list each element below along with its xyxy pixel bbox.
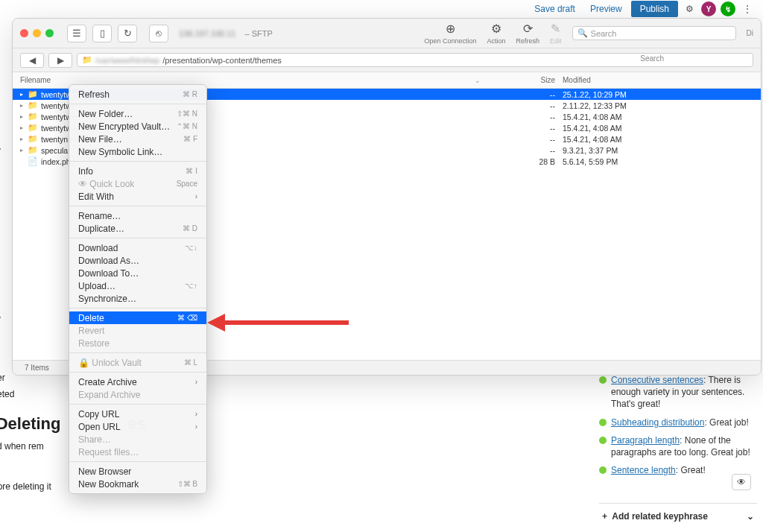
- search-input[interactable]: 🔍Search: [572, 26, 736, 40]
- file-size: --: [481, 146, 563, 155]
- disclosure-icon[interactable]: ▸: [20, 124, 28, 131]
- yoast-item: Consecutive sentences: There is enough v…: [599, 371, 757, 414]
- col-modified[interactable]: Modified: [563, 76, 753, 84]
- jetpack-icon[interactable]: ↯: [720, 1, 736, 17]
- yoast-icon[interactable]: Y: [700, 1, 717, 17]
- cm-new-symlink[interactable]: New Symbolic Link…: [69, 145, 206, 158]
- file-size: --: [481, 113, 563, 121]
- edit-button: ✎Edit: [550, 22, 562, 45]
- file-size: --: [481, 135, 563, 144]
- file-modified: 5.6.14, 5:59 PM: [563, 157, 753, 166]
- cm-expand-archive: Expand Archive: [69, 388, 206, 401]
- chevron-right-icon: ›: [195, 422, 197, 431]
- file-modified: 2.11.22, 12:33 PM: [563, 101, 753, 110]
- cm-copy-url[interactable]: Copy URL›: [69, 408, 206, 420]
- cm-create-archive[interactable]: Create Archive›: [69, 376, 206, 388]
- file-icon: 📄: [28, 156, 38, 166]
- back-button[interactable]: ◀: [20, 53, 44, 68]
- history-icon[interactable]: ↻: [118, 25, 137, 42]
- col-filename[interactable]: Filename: [20, 76, 475, 84]
- disclosure-icon[interactable]: ▸: [20, 147, 28, 153]
- col-size[interactable]: Size: [481, 76, 563, 84]
- status-dot-green: [599, 466, 607, 474]
- file-modified: 9.3.21, 3:37 PM: [563, 146, 753, 155]
- view-outline-icon[interactable]: ☰: [67, 25, 86, 42]
- file-size: --: [481, 90, 563, 99]
- cm-rename[interactable]: Rename…: [69, 209, 206, 222]
- disclosure-icon[interactable]: ▸: [20, 102, 28, 109]
- yoast-link[interactable]: Subheading distribution: [611, 417, 704, 428]
- yoast-link[interactable]: Sentence length: [611, 465, 676, 475]
- file-size: --: [481, 124, 563, 133]
- add-keyphrase-button[interactable]: + Add related keyphrase ⌄: [599, 503, 757, 529]
- cm-download-as[interactable]: Download As…: [69, 254, 206, 267]
- yoast-link[interactable]: Consecutive sentences: [611, 375, 703, 385]
- cm-duplicate[interactable]: Duplicate…⌘ D: [69, 222, 206, 235]
- eye-icon[interactable]: 👁: [732, 474, 751, 490]
- cm-info[interactable]: Info⌘ I: [69, 165, 206, 177]
- annotation-arrow: [207, 315, 349, 330]
- window-controls: [20, 29, 54, 37]
- folder-icon: 📁: [28, 123, 38, 133]
- folder-icon: 📁: [28, 145, 38, 155]
- save-draft-link[interactable]: Save draft: [528, 4, 581, 14]
- cm-delete[interactable]: Delete⌘ ⌫: [69, 311, 206, 324]
- publish-button[interactable]: Publish: [631, 1, 678, 17]
- more-icon[interactable]: ⋮: [739, 1, 756, 17]
- file-modified: 25.1.22, 10:29 PM: [563, 90, 753, 99]
- file-modified: 15.4.21, 4:08 AM: [563, 124, 753, 133]
- file-modified: 15.4.21, 4:08 AM: [563, 113, 753, 121]
- cm-refresh[interactable]: Refresh⌘ R: [69, 88, 206, 101]
- cm-download[interactable]: Download⌥↓: [69, 241, 206, 254]
- preview-link[interactable]: Preview: [584, 4, 628, 14]
- editor-topbar: Save draft Preview Publish ⚙ Y ↯ ⋮: [0, 0, 763, 18]
- close-icon[interactable]: [20, 29, 28, 37]
- bookmarks-icon[interactable]: ▯: [92, 25, 112, 42]
- disclosure-icon[interactable]: ▸: [20, 136, 28, 142]
- open-connection-button[interactable]: ⊕Open Connection: [424, 22, 476, 45]
- cm-new-file[interactable]: New File…⌘ F: [69, 133, 206, 145]
- disclosure-icon[interactable]: ▸: [20, 113, 28, 120]
- cm-open-url[interactable]: Open URL›: [69, 420, 206, 433]
- action-button[interactable]: ⚙Action: [487, 22, 506, 45]
- disclosure-icon[interactable]: ▸: [20, 91, 28, 98]
- refresh-button[interactable]: ⟳Refresh: [516, 22, 540, 45]
- cm-new-folder[interactable]: New Folder…⇧⌘ N: [69, 107, 206, 120]
- context-menu: Refresh⌘ R New Folder…⇧⌘ N New Encrypted…: [69, 84, 207, 494]
- window-title-protocol: – SFTP: [244, 29, 272, 38]
- file-size: 28 B: [481, 157, 563, 166]
- cm-new-bookmark[interactable]: New Bookmark⇧⌘ B: [69, 478, 206, 490]
- cm-share: Share…: [69, 433, 206, 446]
- status-dot-green: [599, 437, 607, 444]
- folder-icon: 📁: [28, 134, 38, 144]
- forward-button[interactable]: ▶: [48, 53, 72, 68]
- cm-revert: Revert: [69, 324, 206, 337]
- status-dot-green: [599, 376, 607, 384]
- maximize-icon[interactable]: [45, 29, 54, 37]
- cm-quick-look: 👁 Quick LookSpace: [69, 177, 206, 190]
- yoast-readability: Consecutive sentences: There is enough v…: [599, 371, 757, 479]
- cm-restore: Restore: [69, 337, 206, 349]
- search-label: Search: [640, 54, 664, 63]
- chevron-down-icon: ⌄: [747, 511, 754, 522]
- settings-icon[interactable]: ⚙: [681, 1, 697, 17]
- di-label: Di: [747, 29, 753, 37]
- cm-synchronize[interactable]: Synchronize…: [69, 292, 206, 305]
- search-icon: 🔍: [577, 28, 588, 38]
- folder-icon: 📁: [82, 55, 92, 65]
- sort-icon: ⌄: [475, 77, 481, 84]
- minimize-icon[interactable]: [33, 29, 41, 37]
- folder-icon: 📁: [28, 112, 38, 121]
- cm-download-to[interactable]: Download To…: [69, 267, 206, 279]
- yoast-link[interactable]: Paragraph length: [611, 435, 680, 446]
- cm-unlock-vault: 🔒 Unlock Vault⌘ L: [69, 356, 206, 369]
- yoast-item: Paragraph length: None of the paragraphs…: [599, 431, 757, 461]
- cm-edit-with[interactable]: Edit With›: [69, 190, 206, 203]
- folder-icon: 📁: [28, 89, 38, 99]
- cm-upload[interactable]: Upload…⌥↑: [69, 279, 206, 292]
- cm-request-files: Request files…: [69, 446, 206, 458]
- cm-new-vault[interactable]: New Encrypted Vault…⌃⌘ N: [69, 120, 206, 133]
- connection-icon[interactable]: ⎋: [149, 25, 168, 42]
- chevron-right-icon: ›: [195, 378, 197, 386]
- cm-new-browser[interactable]: New Browser: [69, 465, 206, 478]
